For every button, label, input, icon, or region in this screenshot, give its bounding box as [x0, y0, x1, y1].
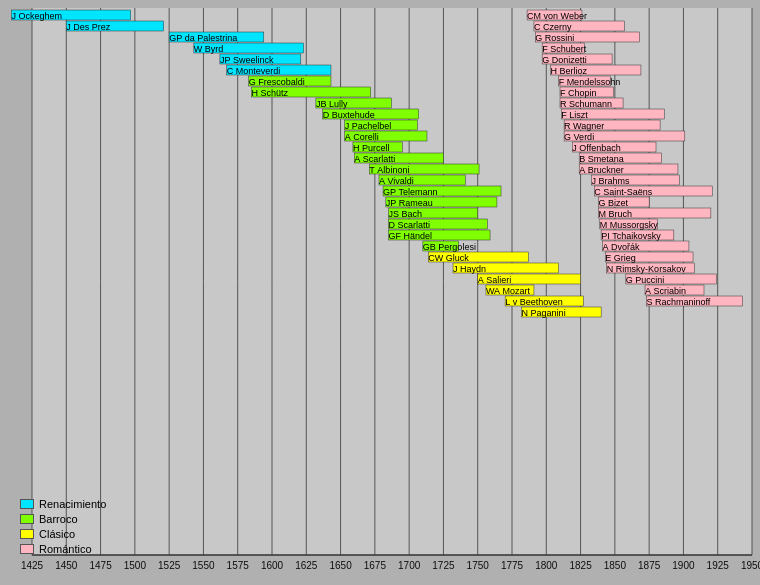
chart-canvas [0, 0, 760, 585]
legend-label: Barroco [39, 513, 78, 525]
legend-color-box [20, 544, 34, 554]
legend-item: Romántico [20, 543, 106, 555]
chart-container: RenacimientoBarrocoClásicoRomántico [0, 0, 760, 585]
legend-item: Clásico [20, 528, 106, 540]
legend-color-box [20, 514, 34, 524]
legend-item: Renacimiento [20, 498, 106, 510]
legend-label: Clásico [39, 528, 75, 540]
legend-item: Barroco [20, 513, 106, 525]
legend-color-box [20, 529, 34, 539]
legend-color-box [20, 499, 34, 509]
legend: RenacimientoBarrocoClásicoRomántico [20, 498, 106, 555]
legend-label: Romántico [39, 543, 92, 555]
legend-label: Renacimiento [39, 498, 106, 510]
